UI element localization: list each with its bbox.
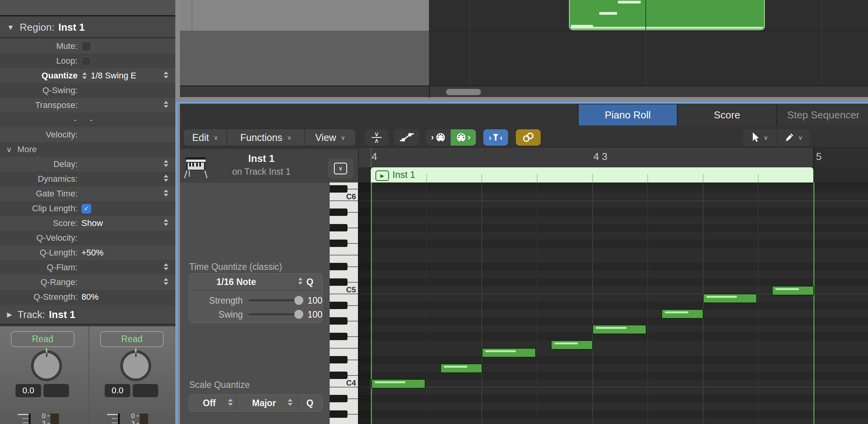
value-stepper-icon[interactable] bbox=[164, 278, 168, 285]
value-stepper-icon[interactable] bbox=[82, 72, 87, 79]
midi-note-f4[interactable] bbox=[551, 340, 593, 350]
value-stepper-icon[interactable] bbox=[164, 263, 168, 270]
black-key[interactable] bbox=[330, 278, 348, 286]
inspector-row-q-length-[interactable]: Q-Length:+50% bbox=[0, 245, 175, 260]
piano-roll-region-bar[interactable]: ▶ Inst 1 bbox=[371, 167, 813, 182]
black-key[interactable] bbox=[330, 395, 348, 402]
fader-track[interactable] bbox=[29, 414, 31, 424]
scale-type-stepper[interactable] bbox=[288, 399, 292, 406]
track-inspector-header[interactable]: ▶ Track: Inst 1 bbox=[0, 305, 175, 325]
inspector-row-transpose-[interactable]: Transpose: bbox=[0, 98, 175, 113]
fader-cap[interactable] bbox=[50, 412, 59, 424]
midi-note-c4[interactable] bbox=[371, 379, 425, 389]
pan-value[interactable]: 0.0 bbox=[16, 384, 41, 397]
inspector-row-mute-[interactable]: Mute: bbox=[0, 39, 175, 54]
tab-piano-roll[interactable]: Piano Roll bbox=[578, 104, 677, 125]
scale-root-stepper[interactable] bbox=[228, 399, 233, 406]
value-box-empty[interactable] bbox=[43, 384, 69, 397]
horizontal-scrollbar-handle[interactable] bbox=[446, 89, 481, 95]
midi-in-button[interactable]: › bbox=[426, 129, 451, 146]
checkbox-unchecked[interactable] bbox=[81, 42, 91, 51]
black-key[interactable] bbox=[330, 185, 348, 193]
midi-note-b4[interactable] bbox=[703, 294, 757, 303]
value-stepper-icon[interactable] bbox=[164, 219, 168, 226]
local-inspector-button[interactable]: ∨ bbox=[328, 158, 353, 179]
pan-value[interactable]: 0.0 bbox=[105, 384, 130, 397]
midi-input-filter-button[interactable]: ›‹ bbox=[483, 129, 508, 146]
inspector-row-velocity-[interactable]: Velocity: bbox=[0, 127, 175, 142]
automation-read-button[interactable]: Read bbox=[11, 331, 74, 347]
menu-edit[interactable]: Edit∨ bbox=[184, 129, 227, 146]
black-key[interactable] bbox=[330, 263, 348, 270]
inspector-row-gate-time-[interactable]: Gate Time: bbox=[0, 186, 175, 201]
inspector-row-loop-[interactable]: Loop: bbox=[0, 54, 175, 68]
inspector-row-q-swing-[interactable]: Q-Swing: bbox=[0, 83, 175, 98]
menu-view[interactable]: View∨ bbox=[304, 129, 355, 146]
black-key[interactable] bbox=[330, 317, 348, 325]
arrange-midi-region[interactable] bbox=[569, 0, 765, 30]
black-key[interactable] bbox=[330, 372, 348, 379]
fader-track[interactable] bbox=[118, 414, 120, 424]
scale-quantize-q-button[interactable]: Q bbox=[306, 398, 313, 408]
black-key[interactable] bbox=[330, 224, 348, 231]
row-value[interactable]: 1/8 Swing E bbox=[91, 71, 136, 81]
black-key[interactable] bbox=[330, 410, 348, 418]
black-key[interactable] bbox=[330, 302, 348, 309]
inspector-row-q-velocity-[interactable]: Q-Velocity: bbox=[0, 231, 175, 245]
pan-knob[interactable] bbox=[31, 350, 62, 381]
black-key[interactable] bbox=[330, 356, 348, 363]
inspector-row-clip-length-[interactable]: Clip Length:✓ bbox=[0, 201, 175, 216]
tab-step-sequencer[interactable]: Step Sequencer bbox=[776, 104, 868, 125]
inspector-row-delay-[interactable]: Delay: bbox=[0, 157, 175, 172]
bar-ruler[interactable]: 44 35 bbox=[359, 147, 868, 167]
inspector-row-q-flam-[interactable]: Q-Flam: bbox=[0, 260, 175, 275]
pencil-tool-button[interactable]: ∨ bbox=[776, 129, 810, 146]
region-inspector-header[interactable]: ▼ Region: Inst 1 bbox=[0, 17, 175, 38]
inspector-row-dynamics-[interactable]: Dynamics: bbox=[0, 172, 175, 186]
row-value[interactable]: 80% bbox=[81, 292, 99, 302]
checkbox-unchecked[interactable] bbox=[81, 56, 91, 66]
editor-track-header[interactable]: Inst 1 on Track Inst 1 ∨ bbox=[180, 148, 359, 183]
pan-knob[interactable] bbox=[120, 350, 151, 381]
inspector-row-quantize[interactable]: Quantize1/8 Swing E bbox=[0, 68, 175, 83]
midi-draw-button[interactable] bbox=[394, 129, 420, 146]
menu-functions[interactable]: Functions∨ bbox=[227, 129, 304, 146]
row-value[interactable]: Show bbox=[81, 218, 103, 228]
tab-score[interactable]: Score bbox=[677, 104, 776, 125]
link-mode-button[interactable] bbox=[516, 129, 541, 146]
quantize-preset-value[interactable]: 1/16 Note bbox=[216, 277, 256, 287]
piano-roll-grid[interactable] bbox=[359, 182, 868, 424]
piano-keyboard[interactable]: C6C5C4 bbox=[330, 182, 359, 424]
black-key[interactable] bbox=[330, 209, 348, 216]
inspector-more-row[interactable]: ∨More bbox=[0, 142, 175, 157]
value-stepper-icon[interactable] bbox=[164, 160, 168, 167]
midi-note-c5[interactable] bbox=[772, 286, 814, 295]
midi-note-e4[interactable] bbox=[482, 348, 536, 358]
midi-note-g4[interactable] bbox=[592, 325, 647, 334]
value-stepper-icon[interactable] bbox=[164, 175, 168, 182]
value-stepper-icon[interactable] bbox=[164, 101, 168, 108]
value-stepper-icon[interactable] bbox=[164, 71, 168, 78]
collapse-view-button[interactable]: ∨∧ bbox=[365, 129, 389, 146]
slider-thumb-strength[interactable] bbox=[294, 296, 303, 305]
value-box-empty[interactable] bbox=[133, 384, 158, 397]
midi-out-button[interactable]: › bbox=[451, 129, 476, 146]
scale-type-value[interactable]: Major bbox=[252, 398, 276, 408]
automation-read-button[interactable]: Read bbox=[100, 331, 164, 347]
midi-note-a4[interactable] bbox=[661, 309, 704, 319]
checkbox-checked[interactable]: ✓ bbox=[81, 204, 91, 214]
slider-thumb-swing[interactable] bbox=[294, 310, 303, 319]
quantize-preset-stepper[interactable] bbox=[298, 278, 303, 285]
row-value[interactable]: +50% bbox=[81, 248, 104, 258]
value-stepper-icon[interactable] bbox=[164, 189, 168, 196]
scale-root-value[interactable]: Off bbox=[203, 398, 216, 408]
black-key[interactable] bbox=[330, 240, 348, 247]
region-play-icon[interactable]: ▶ bbox=[375, 170, 389, 181]
fader-cap[interactable] bbox=[140, 412, 148, 424]
pointer-tool-button[interactable]: ∨ bbox=[743, 129, 776, 146]
inspector-row-q-strength-[interactable]: Q-Strength:80% bbox=[0, 290, 175, 304]
time-quantize-q-button[interactable]: Q bbox=[306, 277, 313, 287]
midi-note-d4[interactable] bbox=[440, 363, 482, 373]
inspector-row-score-[interactable]: Score:Show bbox=[0, 216, 175, 231]
black-key[interactable] bbox=[330, 333, 348, 340]
